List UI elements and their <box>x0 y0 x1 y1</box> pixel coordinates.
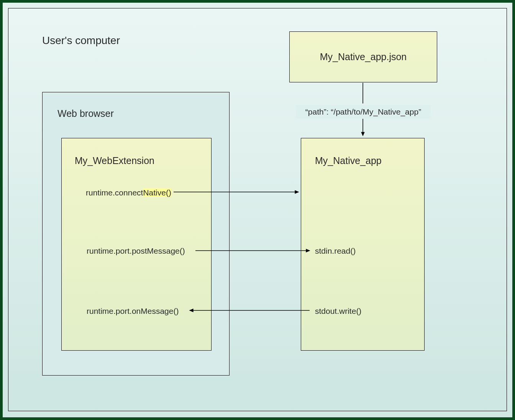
native-stdin-read: stdin.read() <box>315 246 356 256</box>
manifest-path-entry: “path”: “/path/to/My_Native_app” <box>296 105 431 118</box>
manifest-filename: My_Native_app.json <box>320 51 407 62</box>
computer-label: User's computer <box>42 34 120 47</box>
native-app-box <box>301 138 425 351</box>
native-stdout-write: stdout.write() <box>315 307 361 316</box>
api-on-message: runtime.port.onMessage() <box>87 307 179 316</box>
webextension-box <box>61 138 212 351</box>
api-connect-native: runtime.connectNative() <box>86 188 171 197</box>
manifest-box: My_Native_app.json <box>289 31 437 82</box>
browser-label: Web browser <box>57 108 114 119</box>
webextension-title: My_WebExtension <box>75 155 154 166</box>
api-post-message: runtime.port.postMessage() <box>87 246 185 256</box>
native-app-title: My_Native_app <box>315 155 382 166</box>
